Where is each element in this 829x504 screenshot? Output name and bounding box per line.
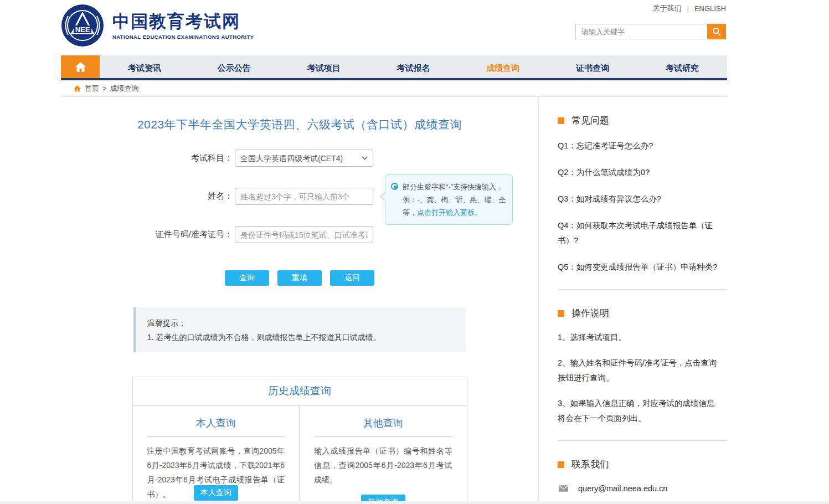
breadcrumb-current: 成绩查询	[110, 84, 139, 94]
faq-item-q3[interactable]: Q3：如对成绩有异议怎么办?	[558, 192, 726, 207]
faq-item-q4[interactable]: Q4：如何获取本次考试电子成绩报告单（证书）?	[558, 218, 726, 248]
breadcrumb-home-link[interactable]: 首页	[85, 84, 99, 94]
section-bullet-icon	[558, 117, 564, 124]
sidebar: 常见问题 Q1：忘记准考证号怎么办? Q2：为什么笔试成绩为0? Q3：如对成绩…	[539, 97, 727, 504]
name-label: 姓名：	[61, 191, 235, 202]
nav-item-exam-registration[interactable]: 考试报名	[369, 55, 459, 78]
top-links: 关于我们 | ENGLISH	[653, 3, 726, 13]
instruction-step-1: 1、选择考试项目。	[558, 330, 726, 345]
site-subtitle: NATIONAL EDUCATION EXAMINATIONS AUTHORIT…	[112, 34, 254, 40]
faq-item-q1[interactable]: Q1：忘记准考证号怎么办?	[558, 138, 726, 153]
radio-selected-icon	[391, 183, 398, 190]
about-us-link[interactable]: 关于我们	[653, 3, 682, 13]
contact-section: 联系我们 query@mail.neea.edu.cn	[558, 458, 727, 504]
site-header: NEE 中国教育考试网 NATIONAL EDUCATION EXAMINATI…	[61, 0, 727, 55]
self-query-heading: 本人查询	[147, 416, 285, 430]
faq-section: 常见问题 Q1：忘记准考证号怎么办? Q2：为什么笔试成绩为0? Q3：如对成绩…	[558, 114, 727, 290]
instruction-step-3: 3、如果输入信息正确，对应考试的成绩信息将会在下一个页面列出。	[558, 396, 726, 426]
top-links-divider: |	[687, 4, 689, 13]
nav-item-exam-research[interactable]: 考试研究	[637, 55, 727, 78]
tips-title: 温馨提示：	[147, 316, 455, 330]
query-button[interactable]: 查询	[225, 270, 269, 286]
back-button[interactable]: 返回	[330, 270, 374, 286]
id-number-label: 证件号码/准考证号：	[61, 229, 235, 240]
other-query-text: 输入成绩报告单（证书）编号和姓名等信息，查询2005年6月-2023年6月考试成…	[314, 444, 452, 487]
site-title: 中国教育考试网	[112, 11, 254, 32]
reset-button[interactable]: 重填	[277, 270, 322, 286]
page-title: 2023年下半年全国大学英语四、六级考试（含口试）成绩查询	[61, 117, 538, 132]
breadcrumb-home-icon	[73, 85, 81, 92]
nav-home-button[interactable]	[61, 55, 100, 78]
breadcrumb: 首页 > 成绩查询	[61, 80, 727, 97]
name-input[interactable]	[235, 188, 373, 205]
neea-emblem-icon: NEE	[61, 4, 104, 47]
rare-character-tooltip: 部分生僻字和“·”支持快捷输入，例：·、龚、栒、䜣、惪、瑆、仝等，点击打开输入面…	[385, 174, 513, 225]
page: NEE 中国教育考试网 NATIONAL EDUCATION EXAMINATI…	[0, 0, 829, 504]
search-icon	[712, 27, 722, 37]
self-query-button[interactable]: 本人查询	[194, 485, 238, 501]
history-query-box: 历史成绩查询 本人查询 注册中国教育考试网账号，查询2005年6月-2023年6…	[132, 377, 467, 504]
search-input[interactable]	[575, 24, 707, 39]
contact-email-row: query@mail.neea.edu.cn	[558, 484, 726, 493]
other-query-column: 其他查询 输入成绩报告单（证书）编号和姓名等信息，查询2005年6月-2023年…	[300, 406, 467, 504]
home-icon	[74, 61, 87, 73]
instructions-section: 操作说明 1、选择考试项目。 2、输入姓名和证件号码/准考证号，点击查询按钮进行…	[558, 307, 727, 441]
nav-item-exam-programs[interactable]: 考试项目	[279, 55, 369, 78]
search-bar	[575, 24, 726, 39]
main-nav: 考试资讯 公示公告 考试项目 考试报名 成绩查询 证书查询 考试研究	[61, 55, 727, 80]
search-button[interactable]	[707, 24, 726, 39]
section-bullet-icon	[558, 310, 564, 317]
nav-item-announcements[interactable]: 公示公告	[189, 55, 279, 78]
contact-title: 联系我们	[571, 458, 609, 471]
open-input-panel-link[interactable]: 点击打开输入面板。	[417, 208, 482, 217]
subject-label: 考试科目：	[61, 153, 235, 163]
nav-item-score-query[interactable]: 成绩查询	[458, 55, 548, 78]
self-query-column: 本人查询 注册中国教育考试网账号，查询2005年6月-2023年6月考试成绩，下…	[133, 406, 300, 504]
footer-strip	[0, 501, 829, 504]
mail-icon	[558, 485, 569, 492]
english-link[interactable]: ENGLISH	[694, 4, 726, 13]
faq-item-q5[interactable]: Q5：如何变更成绩报告单（证书）申请种类?	[558, 260, 726, 275]
subject-select[interactable]: 全国大学英语四级考试(CET4)	[235, 150, 373, 167]
svg-text:NEE: NEE	[75, 25, 90, 34]
history-title: 历史成绩查询	[133, 377, 467, 406]
main-content: 2023年下半年全国大学英语四、六级考试（含口试）成绩查询 考试科目： 全国大学…	[61, 97, 539, 504]
score-query-form: 考试科目： 全国大学英语四级考试(CET4) 姓名：	[61, 150, 538, 286]
id-number-input[interactable]	[235, 226, 373, 243]
nav-item-certificate-query[interactable]: 证书查询	[548, 55, 637, 78]
nav-item-exam-news[interactable]: 考试资讯	[100, 55, 189, 78]
section-bullet-icon	[558, 461, 564, 468]
faq-title: 常见问题	[571, 114, 609, 127]
site-logo[interactable]: NEE 中国教育考试网 NATIONAL EDUCATION EXAMINATI…	[61, 4, 254, 47]
tips-box: 温馨提示： 1. 若考生的口试成绩为不合格，则成绩报告单上不报道其口试成绩。	[133, 307, 466, 352]
instructions-title: 操作说明	[571, 307, 609, 320]
contact-email: query@mail.neea.edu.cn	[578, 484, 667, 493]
other-query-heading: 其他查询	[314, 416, 452, 430]
faq-item-q2[interactable]: Q2：为什么笔试成绩为0?	[558, 165, 726, 180]
instruction-step-2: 2、输入姓名和证件号码/准考证号，点击查询按钮进行查询。	[558, 356, 726, 385]
breadcrumb-separator: >	[102, 84, 107, 92]
tips-item: 1. 若考生的口试成绩为不合格，则成绩报告单上不报道其口试成绩。	[147, 330, 455, 344]
